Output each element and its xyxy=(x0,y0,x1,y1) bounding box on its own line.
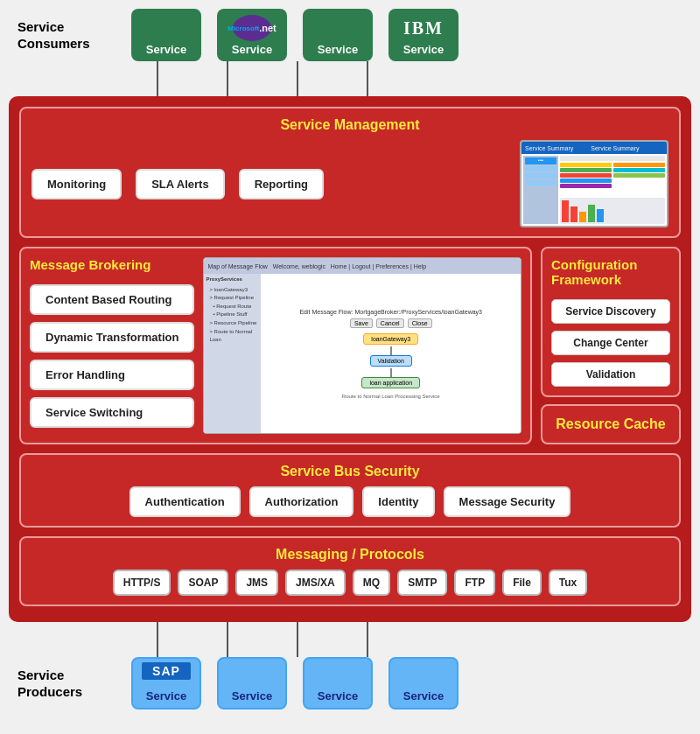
bconn-2 xyxy=(192,622,262,657)
resource-cache-section: Resource Cache xyxy=(541,404,681,444)
producers-row: ServiceProducers SAP Service Service Ser… xyxy=(9,657,691,710)
content-based-routing-button[interactable]: Content Based Routing xyxy=(30,284,194,315)
thumb-titlebar: Service Summary Service Summary xyxy=(522,142,667,154)
ibm-icon: IBM xyxy=(402,15,445,41)
thumb-content: ••• xyxy=(522,154,667,226)
mb-screen-top: Map of Message Flow Welcome, weblogic Ho… xyxy=(204,258,521,274)
config-framework-title: Configuration Framework xyxy=(551,257,670,287)
messaging-protocols-section: Messaging / Protocols HTTP/S SOAP JMS JM… xyxy=(19,536,681,606)
sla-alerts-button[interactable]: SLA Alerts xyxy=(136,169,225,199)
service-mgmt-screenshot: Service Summary Service Summary ••• xyxy=(520,140,668,227)
config-right: Configuration Framework Service Discover… xyxy=(541,247,681,444)
mb-screenshot: Map of Message Flow Welcome, weblogic Ho… xyxy=(203,257,522,434)
conn-4 xyxy=(332,61,402,96)
bconn-4 xyxy=(332,622,402,657)
producers-services: SAP Service Service Service Service xyxy=(131,657,458,710)
main-architecture-box: Service Management Monitoring SLA Alerts… xyxy=(9,96,691,622)
mb-screen-left: ProxyServices > loanGateway3 > Request P… xyxy=(204,274,261,433)
protocol-buttons: HTTP/S SOAP JMS JMS/XA MQ SMTP FTP File … xyxy=(113,570,588,596)
identity-button[interactable]: Identity xyxy=(362,486,434,517)
conn-1 xyxy=(122,61,192,96)
change-center-button[interactable]: Change Center xyxy=(551,331,670,355)
producer-service-4: Service xyxy=(388,657,458,710)
service-discovery-button[interactable]: Service Discovery xyxy=(551,299,670,324)
thumb-sidebar: ••• xyxy=(523,156,558,224)
file-button[interactable]: File xyxy=(502,570,542,596)
thumb-main xyxy=(560,156,665,224)
reporting-button[interactable]: Reporting xyxy=(239,169,324,199)
monitoring-button[interactable]: Monitoring xyxy=(32,169,122,199)
bconn-1 xyxy=(122,622,192,657)
dotnet-icon: Microsoft.net xyxy=(230,15,274,41)
producer-service-2: Service xyxy=(217,657,287,710)
producer-service-3: Service xyxy=(303,657,373,710)
security-buttons: Authentication Authorization Identity Me… xyxy=(130,486,571,517)
http-button[interactable]: HTTP/S xyxy=(113,570,172,596)
middle-section: Message Brokering Content Based Routing … xyxy=(19,247,681,444)
tux-button[interactable]: Tux xyxy=(549,570,587,596)
security-title: Service Bus Security xyxy=(280,464,419,479)
consumers-services: Service Microsoft.net Service Service IB… xyxy=(131,9,458,61)
service-management-title: Service Management xyxy=(280,117,419,133)
authentication-button[interactable]: Authentication xyxy=(130,486,241,517)
message-brokering-section: Message Brokering Content Based Routing … xyxy=(19,247,532,444)
jms-button[interactable]: JMS xyxy=(235,570,278,596)
mgmt-buttons: Monitoring SLA Alerts Reporting xyxy=(32,169,502,199)
mb-screen-body: ProxyServices > loanGateway3 > Request P… xyxy=(204,274,521,433)
validation-button[interactable]: Validation xyxy=(551,362,670,387)
dynamic-transformation-button[interactable]: Dynamic Transformation xyxy=(30,322,194,353)
conn-2 xyxy=(192,61,262,96)
producer-service-sap: SAP Service xyxy=(131,657,201,710)
error-handling-button[interactable]: Error Handling xyxy=(30,360,194,390)
soap-button[interactable]: SOAP xyxy=(178,570,228,596)
service-bus-security-section: Service Bus Security Authentication Auth… xyxy=(19,453,681,528)
message-brokering-title: Message Brokering xyxy=(30,257,194,272)
configuration-framework-section: Configuration Framework Service Discover… xyxy=(541,247,681,397)
message-security-button[interactable]: Message Security xyxy=(444,486,571,517)
mb-screen-right: Edit Message Flow: MortgageBroker:/Proxy… xyxy=(261,274,521,433)
authorization-button[interactable]: Authorization xyxy=(249,486,354,517)
consumer-service-1: Service xyxy=(131,9,201,61)
mb-left: Message Brokering Content Based Routing … xyxy=(30,257,194,434)
service-mgmt-content: Monitoring SLA Alerts Reporting Service … xyxy=(32,140,668,227)
protocols-title: Messaging / Protocols xyxy=(276,547,424,563)
top-connectors xyxy=(9,61,691,96)
bconn-3 xyxy=(262,622,332,657)
jms-xa-button[interactable]: JMS/XA xyxy=(285,570,346,596)
consumer-service-ibm: IBM Service xyxy=(388,9,458,61)
conn-3 xyxy=(262,61,332,96)
consumers-label: ServiceConsumers xyxy=(18,18,122,52)
producers-label: ServiceProducers xyxy=(18,667,122,701)
service-management-section: Service Management Monitoring SLA Alerts… xyxy=(19,107,681,238)
ftp-button[interactable]: FTP xyxy=(454,570,495,596)
consumer-service-dotnet: Microsoft.net Service xyxy=(217,9,287,61)
service-switching-button[interactable]: Service Switching xyxy=(30,397,194,428)
consumer-service-3: Service xyxy=(303,9,373,61)
bottom-connectors xyxy=(9,622,691,657)
smtp-button[interactable]: SMTP xyxy=(397,570,447,596)
page-wrapper: ServiceConsumers Service Microsoft.net S… xyxy=(9,9,691,710)
mq-button[interactable]: MQ xyxy=(353,570,390,596)
sap-logo: SAP xyxy=(142,662,191,680)
consumers-row: ServiceConsumers Service Microsoft.net S… xyxy=(9,9,691,61)
